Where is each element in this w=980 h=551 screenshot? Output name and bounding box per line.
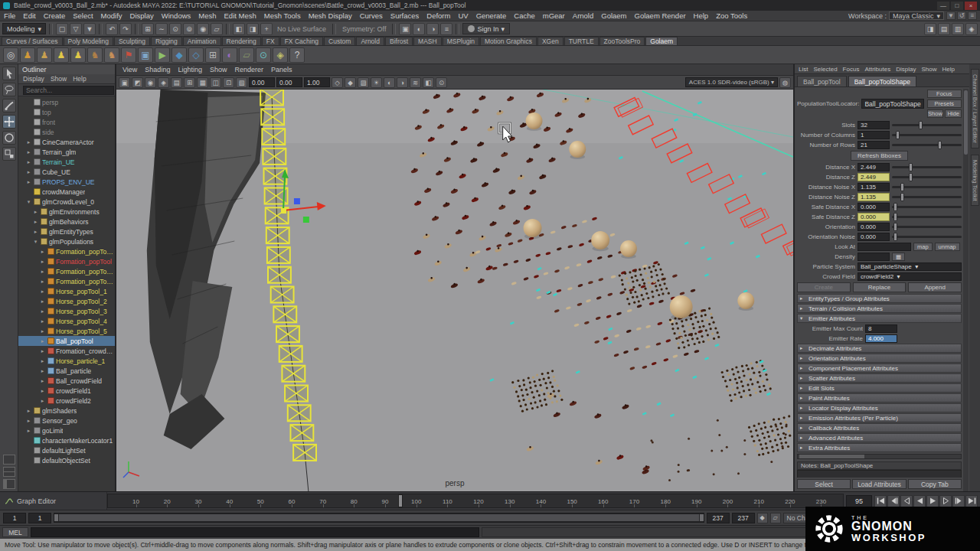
lock-camera-icon[interactable]: ◩ xyxy=(132,77,143,88)
workspace-save-icon[interactable]: ▼ xyxy=(946,11,956,20)
render-current-frame-icon[interactable]: ◐ xyxy=(413,23,425,35)
range-end-handle[interactable] xyxy=(700,514,704,521)
slots-slider[interactable] xyxy=(892,124,962,126)
redo-icon[interactable]: ↷ xyxy=(119,23,132,35)
outliner-item-ball-crowdfield[interactable]: ▸Ball_crowdField xyxy=(18,376,115,386)
go-to-end-button[interactable] xyxy=(965,495,978,507)
menu-set-selector[interactable]: Modeling ▾ xyxy=(2,23,46,34)
orientation-slider[interactable] xyxy=(892,226,962,228)
shelf-tab-motion-graphics[interactable]: Motion Graphics xyxy=(480,37,537,45)
outliner-item-charactermakerlocator1[interactable]: characterMakerLocator1 xyxy=(18,435,115,445)
menu-windows[interactable]: Windows xyxy=(158,11,195,21)
panel-menu-panels[interactable]: Panels xyxy=(268,66,296,73)
menu-mesh-tools[interactable]: Mesh Tools xyxy=(260,11,305,21)
toggle-modeling-toolkit-icon[interactable]: ◈ xyxy=(965,23,978,35)
camera-attributes-icon[interactable]: ◉ xyxy=(145,77,156,88)
outliner-item-crowdmanager[interactable]: crowdManager xyxy=(18,187,115,197)
outliner-item-persp[interactable]: persp xyxy=(18,97,115,107)
bookmarks-icon[interactable]: ◈ xyxy=(158,77,169,88)
distance-z-field[interactable]: 2.449 xyxy=(858,173,890,181)
golaem-behavior-editor-icon[interactable]: ▣ xyxy=(138,47,153,63)
two-d-pan-zoom-icon[interactable]: ⊞ xyxy=(184,77,195,88)
step-back-frame-button[interactable] xyxy=(887,495,900,507)
hide-button[interactable]: Hide xyxy=(945,109,962,118)
locator-name-field[interactable]: Ball_popToolShape xyxy=(861,99,923,109)
golaem-population-tool-icon[interactable]: ♟ xyxy=(54,47,69,63)
expand-arrow-icon[interactable]: ▸ xyxy=(39,298,46,305)
contrast-field[interactable]: 0.00 xyxy=(276,77,302,87)
outliner-item-props-env-ue[interactable]: ▸PROPS_ENV_UE xyxy=(18,177,115,187)
shelf-tab-sculpting[interactable]: Sculpting xyxy=(114,37,150,45)
texture-map-icon[interactable]: ▦ xyxy=(892,253,905,261)
shelf-tab-fx-caching[interactable]: FX Caching xyxy=(280,37,323,45)
expand-arrow-icon[interactable]: ▸ xyxy=(32,229,39,235)
menu-generate[interactable]: Generate xyxy=(472,11,511,21)
outliner-item-horse-poptool-1[interactable]: ▸Horse_popTool_1 xyxy=(18,286,115,296)
ae-tab-ball-poptool[interactable]: Ball_popTool xyxy=(797,76,847,86)
resolution-gate-icon[interactable]: ⊡ xyxy=(223,77,234,88)
golaem-entity-type-icon[interactable]: ♟ xyxy=(37,47,52,63)
show-button[interactable]: Show xyxy=(927,109,944,118)
expand-arrow-icon[interactable]: ▸ xyxy=(39,338,46,344)
outliner-item-horse-poptool-4[interactable]: ▸Horse_popTool_4 xyxy=(18,316,115,326)
construction-history-icon[interactable]: + xyxy=(260,23,273,35)
menu-uv[interactable]: UV xyxy=(454,11,472,21)
expand-arrow-icon[interactable]: ▸ xyxy=(39,358,46,364)
ae-menu-selected[interactable]: Selected xyxy=(811,66,839,73)
outliner-item-horse-poptool-5[interactable]: ▸Horse_popTool_5 xyxy=(18,326,115,336)
expand-arrow-icon[interactable]: ▸ xyxy=(39,318,46,324)
shelf-tab-rigging[interactable]: Rigging xyxy=(151,37,182,45)
menu-mesh-display[interactable]: Mesh Display xyxy=(305,11,356,21)
select-camera-icon[interactable]: ▣ xyxy=(119,77,130,88)
expand-arrow-icon[interactable]: ▸ xyxy=(25,428,32,434)
lasso-tool-icon[interactable] xyxy=(2,83,16,96)
golaem-sensor-icon[interactable]: ⊙ xyxy=(256,47,271,63)
menu-golaem[interactable]: Golaem xyxy=(597,11,630,21)
dock-tab-channel-box-layer-editor[interactable]: Channel Box / Layer Editor xyxy=(971,69,979,148)
shelf-tab-turtle[interactable]: TURTLE xyxy=(564,37,599,45)
menu-surfaces[interactable]: Surfaces xyxy=(387,11,423,21)
range-start-handle[interactable] xyxy=(54,514,58,521)
orientation-noise-field[interactable]: 0.000 xyxy=(858,233,890,241)
golaem-help-icon[interactable]: ? xyxy=(289,47,305,63)
golaem-group-population-icon[interactable]: ♟ xyxy=(70,47,86,63)
golaem-terrain-icon[interactable]: ▱ xyxy=(239,47,254,63)
outliner-menu-display[interactable]: Display xyxy=(21,75,47,83)
ae-menu-help[interactable]: Help xyxy=(939,66,956,73)
look-at-field[interactable] xyxy=(858,243,911,251)
particle-system-dropdown[interactable]: Ball_particleShape ▾ xyxy=(858,262,962,271)
outliner-item-golimit[interactable]: ▸goLimit xyxy=(18,425,115,435)
search-input[interactable] xyxy=(23,86,114,95)
paint-select-tool-icon[interactable] xyxy=(2,99,16,112)
ae-menu-list[interactable]: List xyxy=(796,66,810,73)
expand-arrow-icon[interactable]: ▸ xyxy=(39,368,46,374)
workspace-options-icon[interactable]: ≡ xyxy=(968,11,977,20)
maximize-button[interactable]: □ xyxy=(951,2,963,10)
menu-zoo-tools[interactable]: Zoo Tools xyxy=(712,11,751,21)
shelf-tab-arnold[interactable]: Arnold xyxy=(356,37,384,45)
safe-distance-x-field[interactable]: 0.000 xyxy=(858,203,890,211)
expand-arrow-icon[interactable]: ▸ xyxy=(39,328,46,334)
outliner-item-glmbehaviors[interactable]: ▸glmBehaviors xyxy=(18,217,115,227)
graph-editor-button[interactable]: Graph Editor xyxy=(0,492,107,510)
distance-noise-x-field[interactable]: 1.135 xyxy=(858,183,890,191)
motion-blur-icon[interactable]: ≋ xyxy=(410,77,421,88)
expand-arrow-icon[interactable]: ▸ xyxy=(32,219,39,225)
layout-four-pane-button[interactable] xyxy=(3,467,15,477)
panel-menu-renderer[interactable]: Renderer xyxy=(231,66,266,73)
outliner-item-glmenvironments[interactable]: ▸glmEnvironments xyxy=(18,207,115,217)
output-connections-icon[interactable]: ◨ xyxy=(247,23,259,35)
distance-x-field[interactable]: 2.449 xyxy=(858,163,890,171)
distance-noise-z-field[interactable]: 1.135 xyxy=(858,193,890,201)
color-management-icon[interactable]: ◍ xyxy=(779,77,791,88)
mel-label[interactable]: MEL xyxy=(2,527,28,537)
expand-arrow-icon[interactable]: ▸ xyxy=(39,378,46,384)
exposure-field[interactable]: 0.00 xyxy=(249,77,275,87)
outliner-item-horse-particle-1[interactable]: ▸Horse_particle_1 xyxy=(18,356,115,366)
ae-menu-attributes[interactable]: Attributes xyxy=(862,66,893,73)
shelf-tab-poly-modeling[interactable]: Poly Modeling xyxy=(64,37,113,45)
menu-deform[interactable]: Deform xyxy=(423,11,454,21)
range-slider[interactable] xyxy=(54,513,704,523)
workspace-reset-icon[interactable]: ↺ xyxy=(957,11,966,20)
golaem-trigger-icon[interactable]: ◈ xyxy=(273,47,288,63)
